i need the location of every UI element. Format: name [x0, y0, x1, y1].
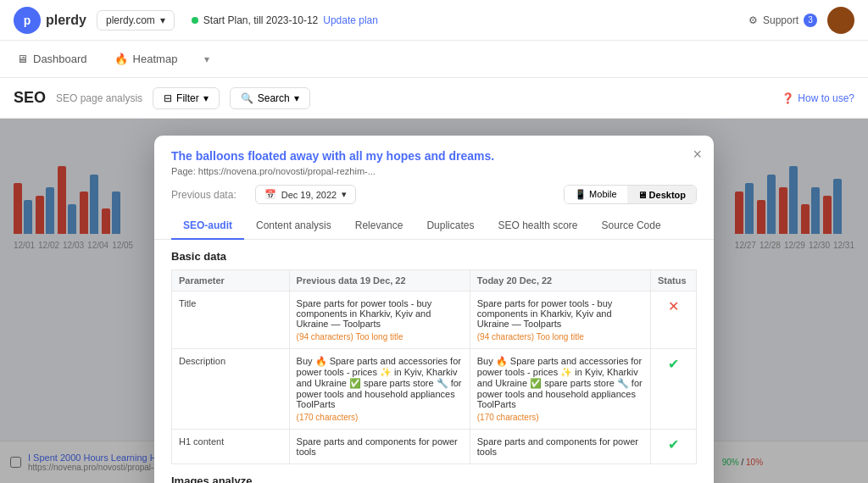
- search-label: Search: [258, 92, 290, 104]
- images-analyze-title: Images analyze: [171, 464, 697, 483]
- chevron-down-icon: ▾: [203, 92, 209, 104]
- modal-body: Basic data Parameter Previous data 19 De…: [154, 240, 714, 483]
- logo-icon: p: [14, 7, 41, 34]
- tab-seo-audit[interactable]: SEO-audit: [171, 213, 244, 240]
- desktop-device-button[interactable]: 🖥 Desktop: [627, 186, 696, 203]
- calendar-icon: 📅: [264, 189, 276, 200]
- tab-seo-health-score[interactable]: SEO health score: [486, 213, 589, 240]
- modal-meta: Previous data: 📅 Dec 19, 2022 ▾ 📱 Mobile…: [154, 176, 714, 213]
- seo-header: SEO SEO page analysis ⊟ Filter ▾ 🔍 Searc…: [0, 78, 868, 119]
- update-plan-link[interactable]: Update plan: [323, 14, 378, 26]
- sidebar-item-heatmap[interactable]: 🔥 Heatmap: [111, 41, 181, 78]
- table-header-row: Parameter Previous data 19 Dec, 22 Today…: [172, 270, 697, 291]
- prev-title: Spare parts for power tools - buy compon…: [289, 291, 470, 349]
- status-title: ✕: [650, 291, 696, 349]
- filter-label: Filter: [176, 92, 199, 104]
- support-button[interactable]: ⚙ Support 3: [748, 14, 817, 27]
- domain-selector[interactable]: plerdy.com ▾: [97, 10, 175, 31]
- modal-title: The balloons floated away with all my ho…: [171, 149, 697, 163]
- param-description: Description: [172, 349, 290, 430]
- tab-content-analysis[interactable]: Content analysis: [244, 213, 343, 240]
- chevron-down-icon: ▾: [294, 92, 299, 104]
- support-count: 3: [804, 14, 817, 27]
- col-status: Status: [650, 270, 696, 291]
- dashboard-icon: 🖥: [17, 53, 28, 65]
- prev-h1: Spare parts and components for power too…: [289, 430, 470, 464]
- avatar[interactable]: [827, 7, 854, 34]
- sidebar-item-dashboard[interactable]: 🖥 Dashboard: [14, 41, 91, 78]
- table-row: H1 content Spare parts and components fo…: [172, 430, 697, 464]
- modal-url: Page: https://novena.pro/novosti/propal-…: [171, 166, 697, 176]
- status-h1: ✔: [650, 430, 696, 464]
- dashboard-label: Dashboard: [33, 53, 87, 65]
- question-icon: ❓: [782, 92, 794, 104]
- status-description: ✔: [650, 349, 696, 430]
- tab-duplicates[interactable]: Duplicates: [415, 213, 486, 240]
- logo-text: plerdy: [46, 13, 86, 28]
- prev-description-warning: (170 characters): [297, 413, 463, 422]
- logo: p plerdy: [14, 7, 86, 34]
- support-icon: ⚙: [748, 14, 758, 26]
- nav-more-indicator: ▾: [204, 53, 209, 65]
- chevron-down-icon: ▾: [160, 14, 165, 26]
- previous-data-label: Previous data:: [171, 189, 236, 201]
- nav-right: ⚙ Support 3: [748, 7, 854, 34]
- main-content: 12/01 12/02 12/03 12/04 12/05: [0, 119, 868, 483]
- tab-source-code[interactable]: Source Code: [590, 213, 673, 240]
- today-title: Spare parts for power tools - buy compon…: [470, 291, 650, 349]
- prev-description: Buy 🔥 Spare parts and accessories for po…: [289, 349, 470, 430]
- filter-button[interactable]: ⊟ Filter ▾: [153, 87, 220, 109]
- param-h1: H1 content: [172, 430, 290, 464]
- modal: The balloons floated away with all my ho…: [154, 136, 714, 483]
- table-body: Title Spare parts for power tools - buy …: [172, 291, 697, 464]
- col-parameter: Parameter: [172, 270, 290, 291]
- basic-data-title: Basic data: [171, 240, 697, 269]
- heatmap-icon: 🔥: [114, 53, 128, 65]
- plan-info: Start Plan, till 2023-10-12 Update plan: [192, 14, 378, 26]
- top-navbar: p plerdy plerdy.com ▾ Start Plan, till 2…: [0, 0, 868, 41]
- search-button[interactable]: 🔍 Search ▾: [230, 87, 310, 109]
- col-previous-data: Previous data 19 Dec, 22: [289, 270, 470, 291]
- ok-status-icon: ✔: [668, 437, 679, 452]
- today-h1: Spare parts and components for power too…: [470, 430, 650, 464]
- param-title: Title: [172, 291, 290, 349]
- search-icon: 🔍: [241, 92, 253, 104]
- modal-header: The balloons floated away with all my ho…: [154, 136, 714, 176]
- device-toggle: 📱 Mobile 🖥 Desktop: [564, 185, 697, 204]
- seo-audit-table: Parameter Previous data 19 Dec, 22 Today…: [171, 269, 697, 464]
- modal-page-label: Page:: [171, 166, 196, 176]
- modal-close-button[interactable]: ×: [693, 146, 702, 164]
- seo-title: SEO: [14, 89, 46, 107]
- tab-relevance[interactable]: Relevance: [343, 213, 415, 240]
- domain-text: plerdy.com: [106, 14, 155, 26]
- prev-title-warning: (94 characters) Too long title: [297, 332, 463, 341]
- filter-icon: ⊟: [164, 92, 172, 104]
- secondary-navbar: 🖥 Dashboard 🔥 Heatmap ▾: [0, 41, 868, 78]
- table-row: Title Spare parts for power tools - buy …: [172, 291, 697, 349]
- today-description: Buy 🔥 Spare parts and accessories for po…: [470, 349, 650, 430]
- ok-status-icon: ✔: [668, 357, 679, 371]
- col-today: Today 20 Dec, 22: [470, 270, 650, 291]
- heatmap-label: Heatmap: [133, 53, 178, 65]
- table-row: Description Buy 🔥 Spare parts and access…: [172, 349, 697, 430]
- date-picker[interactable]: 📅 Dec 19, 2022 ▾: [255, 185, 356, 204]
- table-head: Parameter Previous data 19 Dec, 22 Today…: [172, 270, 697, 291]
- today-description-warning: (170 characters): [477, 413, 643, 422]
- modal-overlay: The balloons floated away with all my ho…: [0, 119, 868, 483]
- how-to-label: How to use?: [798, 92, 854, 104]
- support-label: Support: [763, 14, 798, 26]
- modal-tabs: SEO-audit Content analysis Relevance Dup…: [154, 213, 714, 240]
- today-title-warning: (94 characters) Too long title: [477, 332, 643, 341]
- modal-url-text: https://novena.pro/novosti/propal-rezhim…: [198, 166, 376, 176]
- chevron-down-icon: ▾: [342, 189, 347, 200]
- how-to-link[interactable]: ❓ How to use?: [782, 92, 854, 104]
- seo-subtitle: SEO page analysis: [56, 92, 142, 104]
- date-value: Dec 19, 2022: [281, 190, 337, 200]
- plan-status-dot: [192, 17, 198, 24]
- plan-label: Start Plan, till 2023-10-12: [203, 14, 318, 26]
- error-status-icon: ✕: [668, 299, 679, 314]
- mobile-device-button[interactable]: 📱 Mobile: [565, 186, 626, 203]
